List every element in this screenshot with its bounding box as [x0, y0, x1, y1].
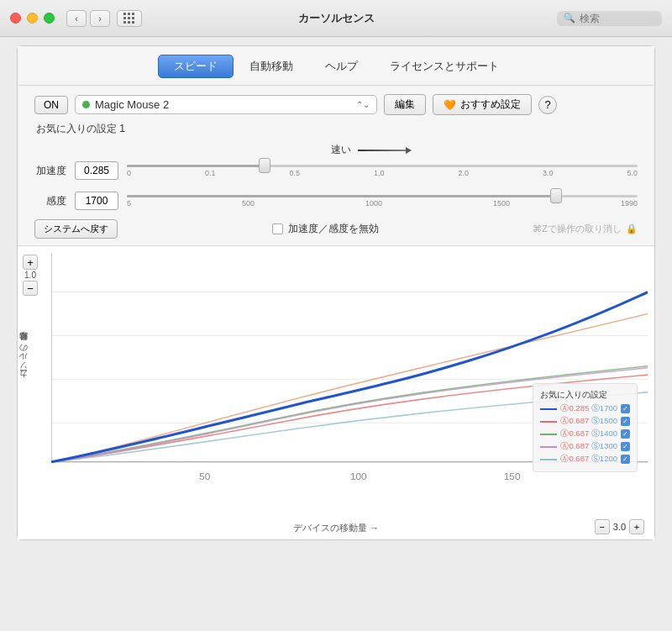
legend-text-3: Ⓐ0.687 Ⓢ1300	[560, 441, 617, 452]
preset-label: お気に入りの設定 1	[36, 122, 638, 136]
disable-checkbox[interactable]	[272, 223, 283, 234]
chevron-icon: ⌃⌄	[356, 100, 370, 109]
edit-button[interactable]: 編集	[384, 94, 426, 115]
svg-text:50: 50	[199, 471, 210, 481]
legend-title: お気に入りの設定	[540, 389, 630, 401]
search-input[interactable]	[580, 13, 655, 24]
legend-item-0: Ⓐ0.285 Ⓢ1700 ✓	[540, 403, 630, 414]
legend-color-2	[540, 434, 557, 435]
bottom-controls: システムへ戻す 加速度／感度を無効 ⌘Zで操作の取り消し 🔒	[34, 219, 638, 239]
legend-color-1	[540, 421, 557, 423]
chart-bottom-zoom: − 3.0 +	[595, 519, 644, 534]
recommend-button[interactable]: 🧡 おすすめ設定	[433, 94, 532, 115]
forward-button[interactable]: ›	[90, 10, 110, 27]
maximize-button[interactable]	[44, 13, 55, 24]
grid-button[interactable]	[117, 10, 142, 27]
legend-item-4: Ⓐ0.687 Ⓢ1200 ✓	[540, 454, 630, 465]
chart-area: + 1.0 − カーソルの移動量 0 50 100 150 200 50 100…	[18, 245, 654, 539]
heart-icon: 🧡	[444, 99, 456, 111]
legend-color-4	[540, 459, 557, 460]
search-box[interactable]: 🔍	[557, 11, 662, 26]
acceleration-row: 加速度 0.285 0 0.1 0.5 1.0 2.0 3.0 5.0	[34, 159, 638, 182]
chart-zoom-value: 3.0	[613, 522, 626, 532]
titlebar: ‹ › カーソルセンス 🔍	[0, 0, 672, 37]
tab-auto-move[interactable]: 自動移動	[234, 55, 309, 78]
sensitivity-row: 感度 1700 5 500 1000 1500 1990	[34, 189, 638, 213]
close-button[interactable]	[10, 13, 21, 24]
legend-item-2: Ⓐ0.687 Ⓢ1400 ✓	[540, 429, 630, 439]
main-window: スピード 自動移動 ヘルプ ライセンスとサポート ON Magic Mouse …	[17, 45, 655, 540]
acceleration-slider-container: 0 0.1 0.5 1.0 2.0 3.0 5.0	[127, 159, 638, 182]
speed-label-row: 速い	[34, 143, 638, 157]
x-axis-label: デバイスの移動量 →	[293, 522, 379, 534]
legend-text-2: Ⓐ0.687 Ⓢ1400	[560, 429, 617, 439]
undo-label: ⌘Zで操作の取り消し	[533, 223, 622, 235]
disable-checkbox-row: 加速度／感度を無効	[272, 222, 379, 236]
tab-bar: スピード 自動移動 ヘルプ ライセンスとサポート	[18, 46, 654, 86]
back-button[interactable]: ‹	[66, 10, 87, 27]
sensitivity-label: 感度	[34, 194, 66, 208]
acceleration-fill	[127, 165, 265, 167]
undo-row: ⌘Zで操作の取り消し 🔒	[533, 223, 638, 235]
sensitivity-track[interactable]	[127, 195, 638, 197]
legend-text-4: Ⓐ0.687 Ⓢ1200	[560, 454, 617, 465]
lock-icon: 🔒	[626, 223, 638, 234]
speed-text: 速い	[331, 143, 351, 157]
tab-license[interactable]: ライセンスとサポート	[374, 55, 515, 78]
traffic-lights	[10, 13, 55, 24]
acceleration-thumb[interactable]	[259, 158, 270, 173]
grid-icon	[123, 13, 135, 24]
acceleration-ticks: 0 0.1 0.5 1.0 2.0 3.0 5.0	[127, 169, 638, 177]
legend-check-3[interactable]: ✓	[621, 442, 630, 451]
legend-text-1: Ⓐ0.687 Ⓢ1500	[560, 416, 617, 427]
acceleration-label: 加速度	[34, 164, 66, 178]
nav-buttons: ‹ ›	[66, 10, 110, 27]
sensitivity-value[interactable]: 1700	[75, 192, 118, 210]
acceleration-track[interactable]	[127, 165, 638, 167]
zoom-level: 1.0	[24, 271, 36, 280]
svg-text:100: 100	[350, 471, 367, 481]
legend-check-4[interactable]: ✓	[621, 455, 630, 464]
device-name-label: Magic Mouse 2	[95, 98, 351, 111]
tab-speed[interactable]: スピード	[158, 55, 234, 78]
help-button[interactable]: ?	[538, 96, 557, 114]
tab-help[interactable]: ヘルプ	[309, 55, 374, 78]
chart-zoom-out-button[interactable]: −	[595, 519, 610, 534]
recommend-label: おすすめ設定	[460, 97, 521, 112]
y-axis-label: カーソルの移動量	[18, 347, 29, 384]
legend-check-2[interactable]: ✓	[621, 429, 630, 439]
top-row: ON Magic Mouse 2 ⌃⌄ 編集 🧡 おすすめ設定 ?	[34, 94, 638, 115]
speed-arrow-icon	[358, 150, 408, 151]
sensitivity-fill	[127, 195, 556, 197]
legend-text-0: Ⓐ0.285 Ⓢ1700	[560, 403, 617, 414]
acceleration-value[interactable]: 0.285	[75, 161, 118, 180]
on-button[interactable]: ON	[34, 96, 68, 114]
zoom-out-button[interactable]: −	[23, 281, 38, 296]
chart-zoom-in-button[interactable]: +	[629, 519, 644, 534]
legend-check-0[interactable]: ✓	[621, 404, 630, 413]
chart-zoom-controls: + 1.0 −	[23, 255, 38, 296]
sensitivity-slider-container: 5 500 1000 1500 1990	[127, 189, 638, 213]
zoom-in-button[interactable]: +	[23, 255, 38, 270]
device-status-dot	[82, 101, 90, 108]
legend-color-0	[540, 408, 557, 410]
window-title: カーソルセンス	[298, 11, 375, 26]
svg-text:150: 150	[504, 471, 521, 481]
search-icon: 🔍	[564, 13, 575, 24]
sensitivity-thumb[interactable]	[550, 188, 562, 203]
legend-check-1[interactable]: ✓	[621, 417, 630, 426]
legend-item-3: Ⓐ0.687 Ⓢ1300 ✓	[540, 441, 630, 452]
legend-item-1: Ⓐ0.687 Ⓢ1500 ✓	[540, 416, 630, 427]
chart-legend: お気に入りの設定 Ⓐ0.285 Ⓢ1700 ✓ Ⓐ0.687 Ⓢ1500 ✓ Ⓐ…	[533, 383, 638, 472]
legend-color-3	[540, 446, 557, 448]
controls-section: ON Magic Mouse 2 ⌃⌄ 編集 🧡 おすすめ設定 ? お気に入りの…	[18, 86, 654, 245]
reset-button[interactable]: システムへ戻す	[34, 219, 118, 239]
device-dropdown[interactable]: Magic Mouse 2 ⌃⌄	[75, 95, 377, 114]
disable-label: 加速度／感度を無効	[288, 222, 379, 236]
minimize-button[interactable]	[27, 13, 38, 24]
